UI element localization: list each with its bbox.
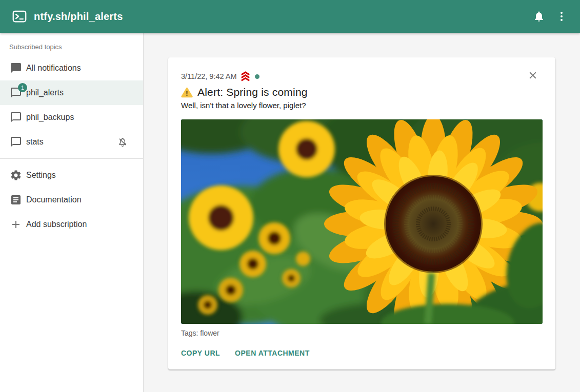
- notification-title: Alert: Spring is coming: [197, 86, 308, 98]
- plus-icon: [10, 218, 22, 231]
- more-vert-icon: [555, 10, 568, 23]
- sidebar-divider: [0, 158, 143, 159]
- page-title: ntfy.sh/phil_alerts: [34, 11, 123, 23]
- sidebar-item-label: stats: [26, 137, 44, 147]
- sidebar-item-stats[interactable]: stats: [0, 130, 143, 154]
- main-content: 3/11/22, 9:42 AM: [144, 33, 580, 392]
- close-x-icon: [527, 70, 538, 81]
- warning-emoji-icon: [181, 87, 193, 98]
- sidebar-item-label: All notifications: [26, 64, 81, 73]
- chat-bubble-outline-icon: [10, 111, 22, 123]
- unread-count-badge: 1: [18, 83, 27, 92]
- sidebar-item-label: phil_alerts: [26, 88, 64, 97]
- notification-tags: Tags: flower: [181, 329, 543, 337]
- sidebar-item-add-subscription[interactable]: Add subscription: [0, 212, 143, 237]
- sidebar-item-label: Documentation: [26, 195, 82, 204]
- copy-url-button[interactable]: COPY URL: [181, 349, 220, 357]
- notification-timestamp: 3/11/22, 9:42 AM: [181, 72, 237, 80]
- terminal-logo-icon: [12, 9, 27, 24]
- sidebar-item-documentation[interactable]: Documentation: [0, 188, 143, 212]
- sidebar-item-all-notifications[interactable]: All notifications: [0, 56, 143, 80]
- gear-icon: [10, 169, 22, 181]
- notification-card: 3/11/22, 9:42 AM: [168, 57, 555, 369]
- close-notification-button[interactable]: [527, 70, 538, 81]
- notification-actions: COPY URL OPEN ATTACHMENT: [181, 349, 543, 357]
- unread-dot: [255, 74, 259, 79]
- chat-bubble-outline-icon: 1: [10, 87, 22, 99]
- chat-bubble-filled-icon: [10, 62, 22, 74]
- app-header: ntfy.sh/phil_alerts: [0, 0, 580, 33]
- bell-off-icon: [117, 137, 128, 147]
- sidebar-item-label: Settings: [26, 171, 56, 180]
- notifications-bell-button[interactable]: [528, 5, 550, 28]
- sidebar-item-label: Add subscription: [26, 220, 87, 229]
- priority-max-triple-chevron-icon: [239, 71, 251, 82]
- sidebar: Subscribed topics All notifications 1 ph…: [0, 33, 144, 392]
- chat-bubble-outline-icon: [10, 136, 22, 148]
- overflow-menu-button[interactable]: [550, 5, 573, 28]
- notification-body: Well, isn't that a lovely flower, piglet…: [181, 101, 543, 110]
- sidebar-item-settings[interactable]: Settings: [0, 163, 143, 188]
- appbar-actions: [528, 5, 573, 28]
- notifications-bell-icon: [533, 10, 545, 23]
- article-icon: [10, 194, 22, 206]
- subscribed-topics-label: Subscribed topics: [0, 33, 143, 56]
- sidebar-item-label: phil_backups: [26, 113, 74, 122]
- open-attachment-button[interactable]: OPEN ATTACHMENT: [235, 349, 310, 357]
- attachment-image[interactable]: [181, 119, 543, 324]
- notification-meta: 3/11/22, 9:42 AM: [181, 71, 259, 82]
- sidebar-item-phil-backups[interactable]: phil_backups: [0, 105, 143, 130]
- sidebar-item-phil-alerts[interactable]: 1 phil_alerts: [0, 80, 143, 105]
